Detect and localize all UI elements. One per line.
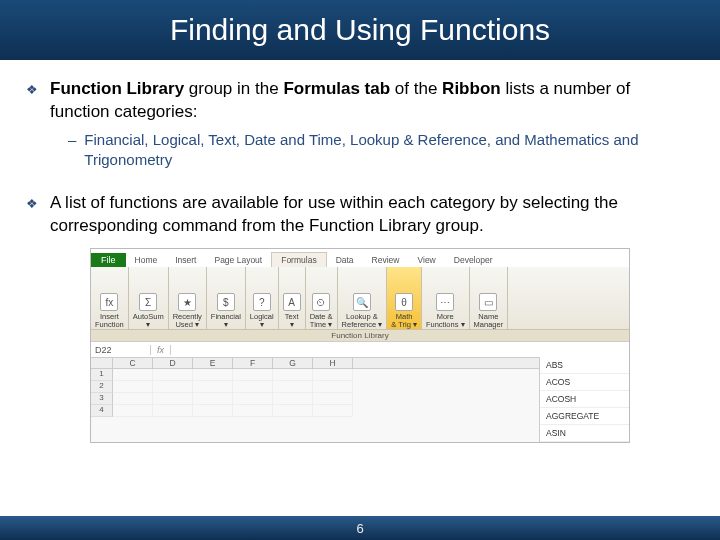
bold-fl: Function Library (50, 79, 184, 98)
cell[interactable] (273, 405, 313, 417)
cell[interactable] (273, 381, 313, 393)
ribbon-cmd-financial[interactable]: $Financial ▾ (207, 267, 246, 329)
bullet-2-text: A list of functions are available for us… (50, 192, 694, 238)
cell[interactable] (193, 405, 233, 417)
bullet-1-text: Function Library group in the Formulas t… (50, 78, 694, 124)
sub-bullet-1-text: Financial, Logical, Text, Date and Time,… (84, 130, 694, 171)
cell[interactable] (113, 369, 153, 381)
cmd-icon: 🔍 (353, 293, 371, 311)
ribbon-cmd-recently[interactable]: ★Recently Used ▾ (169, 267, 207, 329)
grid-row: 2 (91, 381, 539, 393)
cell[interactable] (113, 381, 153, 393)
cmd-label: AutoSum ▾ (133, 313, 164, 328)
t1: group in the (184, 79, 283, 98)
ribbon-cmd-logical[interactable]: ?Logical ▾ (246, 267, 279, 329)
menu-item[interactable]: ASIN (540, 425, 629, 442)
cell[interactable] (273, 369, 313, 381)
tab-formulas[interactable]: Formulas (271, 252, 326, 267)
cell[interactable] (273, 393, 313, 405)
row-header[interactable]: 1 (91, 369, 113, 381)
col-header[interactable]: F (233, 358, 273, 368)
row-header[interactable]: 2 (91, 381, 113, 393)
tab-developer[interactable]: Developer (445, 253, 502, 267)
cmd-icon: ⏲ (312, 293, 330, 311)
cell[interactable] (313, 393, 353, 405)
col-header[interactable]: E (193, 358, 233, 368)
cmd-icon: ★ (178, 293, 196, 311)
grid-row: 3 (91, 393, 539, 405)
menu-item[interactable]: ACOSH (540, 391, 629, 408)
ribbon-tabs: File HomeInsertPage LayoutFormulasDataRe… (91, 249, 629, 267)
cell[interactable] (233, 393, 273, 405)
tab-file[interactable]: File (91, 253, 126, 267)
ribbon-cmd-autosum[interactable]: ΣAutoSum ▾ (129, 267, 169, 329)
cell[interactable] (313, 381, 353, 393)
cmd-label: Insert Function (95, 313, 124, 328)
tab-page-layout[interactable]: Page Layout (205, 253, 271, 267)
page-number: 6 (356, 521, 363, 536)
cell[interactable] (193, 393, 233, 405)
menu-item[interactable]: AGGREGATE (540, 408, 629, 425)
tab-home[interactable]: Home (126, 253, 167, 267)
cell[interactable] (153, 405, 193, 417)
menu-item[interactable]: ACOS (540, 374, 629, 391)
cell[interactable] (113, 405, 153, 417)
ribbon-groups: fxInsert FunctionΣAutoSum ▾★Recently Use… (91, 267, 629, 329)
ribbon-cmd-more[interactable]: ⋯More Functions ▾ (422, 267, 470, 329)
cell[interactable] (153, 369, 193, 381)
slide-footer: 6 (0, 516, 720, 540)
ribbon-cmd-name[interactable]: ▭Name Manager (470, 267, 509, 329)
ribbon-cmd-lookup-[interactable]: 🔍Lookup & Reference ▾ (338, 267, 388, 329)
column-headers: CDEFGH (91, 357, 539, 369)
col-header[interactable]: D (153, 358, 193, 368)
col-header[interactable]: G (273, 358, 313, 368)
tab-review[interactable]: Review (363, 253, 409, 267)
cmd-icon: Σ (139, 293, 157, 311)
cmd-label: Math & Trig ▾ (391, 313, 417, 328)
ribbon-cmd-text[interactable]: AText ▾ (279, 267, 306, 329)
grid-row: 4 (91, 405, 539, 417)
excel-ribbon-screenshot: File HomeInsertPage LayoutFormulasDataRe… (90, 248, 630, 443)
tab-insert[interactable]: Insert (166, 253, 205, 267)
bullet-2: ❖ A list of functions are available for … (26, 192, 694, 238)
cell[interactable] (233, 381, 273, 393)
cmd-icon: A (283, 293, 301, 311)
slide-title: Finding and Using Functions (0, 0, 720, 60)
name-box[interactable]: D22 (91, 345, 151, 355)
cell[interactable] (193, 381, 233, 393)
cell[interactable] (153, 393, 193, 405)
cell[interactable] (313, 369, 353, 381)
menu-item[interactable]: ABS (540, 357, 629, 374)
math-trig-dropdown: ABSACOSACOSHAGGREGATEASIN (539, 357, 629, 442)
dash-icon: – (68, 130, 76, 171)
cell[interactable] (193, 369, 233, 381)
cmd-label: Lookup & Reference ▾ (342, 313, 383, 328)
cell[interactable] (113, 393, 153, 405)
cmd-label: More Functions ▾ (426, 313, 465, 328)
ribbon-cmd-insert[interactable]: fxInsert Function (91, 267, 129, 329)
t2: of the (390, 79, 442, 98)
col-header[interactable]: C (113, 358, 153, 368)
grid-row: 1 (91, 369, 539, 381)
tab-data[interactable]: Data (327, 253, 363, 267)
fx-icon[interactable]: fx (151, 345, 171, 355)
cmd-icon: θ (395, 293, 413, 311)
cmd-icon: fx (100, 293, 118, 311)
tab-view[interactable]: View (408, 253, 444, 267)
cmd-label: Date & Time ▾ (310, 313, 333, 328)
ribbon-cmd-math[interactable]: θMath & Trig ▾ (387, 267, 422, 329)
cmd-label: Financial ▾ (211, 313, 241, 328)
col-header[interactable]: H (313, 358, 353, 368)
cell[interactable] (233, 405, 273, 417)
row-header[interactable]: 3 (91, 393, 113, 405)
ribbon-cmd-date-[interactable]: ⏲Date & Time ▾ (306, 267, 338, 329)
cell[interactable] (153, 381, 193, 393)
row-header[interactable]: 4 (91, 405, 113, 417)
cmd-label: Name Manager (474, 313, 504, 328)
sub-bullet-1: – Financial, Logical, Text, Date and Tim… (68, 130, 694, 171)
cell[interactable] (313, 405, 353, 417)
diamond-icon: ❖ (26, 81, 40, 124)
bold-rb: Ribbon (442, 79, 501, 98)
cell[interactable] (233, 369, 273, 381)
bold-ft: Formulas tab (283, 79, 390, 98)
